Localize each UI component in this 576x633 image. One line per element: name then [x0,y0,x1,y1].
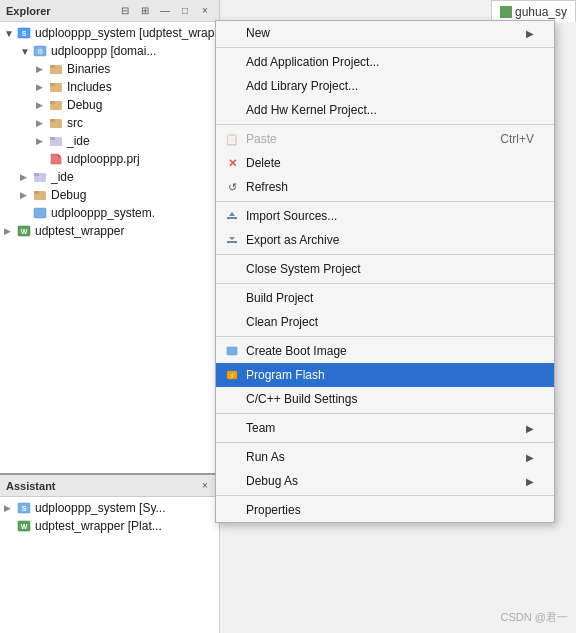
menu-item-c-c---build-settings[interactable]: C/C++ Build Settings [216,387,554,411]
menu-item-delete[interactable]: ✕Delete [216,151,554,175]
svg-rect-17 [34,173,39,176]
svg-rect-9 [50,101,55,104]
icon-wrapper: W [16,224,32,238]
svg-rect-29 [227,241,237,243]
icon-prj [48,152,64,166]
link-editor-button[interactable]: ⊞ [137,3,153,19]
arrow-src: ▶ [36,118,48,128]
watermark: CSDN @君一 [501,610,568,625]
minimize-button[interactable]: — [157,3,173,19]
icon-debug-sub [48,98,64,112]
svg-marker-30 [229,237,235,240]
tree-item-system-file[interactable]: ▶ udplooppp_system. [0,204,219,222]
assistant-panel: Assistant × ▶ S udplooppp_system [Sy... … [0,473,220,633]
svg-rect-19 [34,191,39,194]
menu-label-export-as-archive: Export as Archive [246,233,534,247]
label-system-file: udplooppp_system. [51,206,155,220]
menu-item-clean-project[interactable]: Clean Project [216,310,554,334]
menu-label-c-c---build-settings: C/C++ Build Settings [246,392,534,406]
tree-item-wrapper[interactable]: ▶ W udptest_wrapper [0,222,219,240]
submenu-arrow-icon: ▶ [526,476,534,487]
menu-label-add-hw-kernel-project---: Add Hw Kernel Project... [246,103,534,117]
explorer-header: Explorer ⊟ ⊞ — □ × [0,0,219,22]
assistant-toolbar: × [195,478,213,494]
collapse-all-button[interactable]: ⊟ [117,3,133,19]
tree-item-ide-top[interactable]: ▶ _ide [0,168,219,186]
tree-item-system-project[interactable]: ▼ S udplooppp_system [udptest_wrapper] [0,24,219,42]
arrow-ide-top: ▶ [20,172,32,182]
arrow-debug-top: ▶ [20,190,32,200]
tree-item-component[interactable]: ▼ ⚙ udplooppp [domai... [0,42,219,60]
label-binaries: Binaries [67,62,110,76]
menu-item-import-sources---[interactable]: Import Sources... [216,204,554,228]
assistant-title: Assistant [6,480,195,492]
menu-item-properties[interactable]: Properties [216,498,554,522]
tree-item-debug-top[interactable]: ▶ Debug [0,186,219,204]
top-right-tab[interactable]: guhua_sy [491,0,576,22]
label-debug-sub: Debug [67,98,102,112]
menu-label-delete: Delete [246,156,534,170]
icon-debug-top [32,188,48,202]
menu-label-add-library-project---: Add Library Project... [246,79,534,93]
top-right-tab-label: guhua_sy [515,5,567,19]
menu-separator [216,47,554,48]
menu-item-paste[interactable]: 📋PasteCtrl+V [216,127,554,151]
menu-label-clean-project: Clean Project [246,315,534,329]
tree-item-prj[interactable]: ▶ udplooppp.prj [0,150,219,168]
menu-item-create-boot-image[interactable]: Create Boot Image [216,339,554,363]
svg-rect-11 [50,119,55,122]
flash-icon: ⚡ [224,367,240,383]
arrow-includes: ▶ [36,82,48,92]
menu-shortcut: Ctrl+V [500,132,534,146]
menu-item-refresh[interactable]: ↺Refresh [216,175,554,199]
label-includes: Includes [67,80,112,94]
arrow-asst-system: ▶ [4,503,16,513]
refresh-icon: ↺ [224,179,240,195]
arrow-ide-sub: ▶ [36,136,48,146]
svg-rect-13 [50,137,55,140]
tree-item-includes[interactable]: ▶ Includes [0,78,219,96]
menu-item-add-hw-kernel-project---[interactable]: Add Hw Kernel Project... [216,98,554,122]
menu-separator [216,201,554,202]
svg-rect-5 [50,65,55,68]
menu-item-build-project[interactable]: Build Project [216,286,554,310]
icon-asst-system: S [16,501,32,515]
menu-item-close-system-project[interactable]: Close System Project [216,257,554,281]
label-src: src [67,116,83,130]
menu-label-import-sources---: Import Sources... [246,209,534,223]
icon-ide-sub [48,134,64,148]
assistant-tree: ▶ S udplooppp_system [Sy... ▶ W udptest_… [0,497,219,537]
menu-item-export-as-archive[interactable]: Export as Archive [216,228,554,252]
menu-separator [216,124,554,125]
menu-item-add-library-project---[interactable]: Add Library Project... [216,74,554,98]
tree-item-src[interactable]: ▶ src [0,114,219,132]
menu-item-run-as[interactable]: Run As▶ [216,445,554,469]
submenu-arrow-icon: ▶ [526,452,534,463]
menu-item-debug-as[interactable]: Debug As▶ [216,469,554,493]
tree-item-debug-sub[interactable]: ▶ Debug [0,96,219,114]
menu-item-team[interactable]: Team▶ [216,416,554,440]
assistant-item-system[interactable]: ▶ S udplooppp_system [Sy... [0,499,219,517]
label-ide-sub: _ide [67,134,90,148]
tree-item-ide-sub[interactable]: ▶ _ide [0,132,219,150]
menu-separator [216,336,554,337]
arrow-debug-sub: ▶ [36,100,48,110]
svg-marker-28 [229,212,235,216]
icon-binaries [48,62,64,76]
assistant-item-wrapper[interactable]: ▶ W udptest_wrapper [Plat... [0,517,219,535]
menu-item-new[interactable]: New▶ [216,21,554,45]
maximize-button[interactable]: □ [177,3,193,19]
menu-label-add-application-project---: Add Application Project... [246,55,534,69]
menu-item-add-application-project---[interactable]: Add Application Project... [216,50,554,74]
close-button[interactable]: × [197,3,213,19]
context-menu: New▶Add Application Project...Add Librar… [215,20,555,523]
svg-text:W: W [21,228,28,235]
menu-label-run-as: Run As [246,450,522,464]
assistant-close-button[interactable]: × [197,478,213,494]
tree-item-binaries[interactable]: ▶ Binaries [0,60,219,78]
assistant-header: Assistant × [0,475,219,497]
menu-item-program-flash[interactable]: ⚡Program Flash [216,363,554,387]
svg-rect-27 [227,217,237,219]
label-asst-wrapper: udptest_wrapper [Plat... [35,519,162,533]
menu-label-refresh: Refresh [246,180,534,194]
